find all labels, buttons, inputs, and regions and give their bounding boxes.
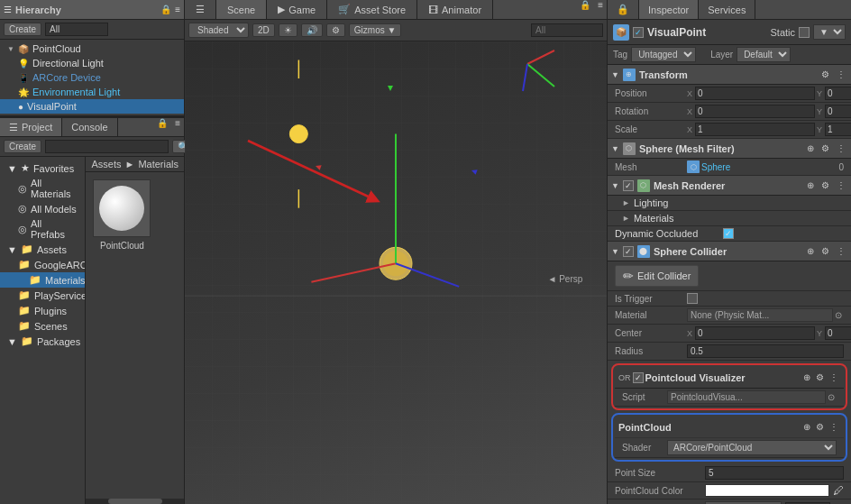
hierarchy-icon-dirlight: 💡	[18, 59, 29, 69]
mesh-renderer-checkbox[interactable]: ✓	[623, 180, 634, 191]
project-panel-lock[interactable]: 🔒	[153, 118, 171, 136]
breadcrumb-child[interactable]: Materials	[138, 159, 178, 170]
tab-scene[interactable]: Scene	[216, 0, 267, 19]
pos-y-input[interactable]	[825, 87, 851, 100]
lighting-section[interactable]: ► Lighting	[608, 196, 851, 211]
tab-project[interactable]: ☰ Project	[0, 118, 62, 136]
audio-btn[interactable]: 🔊	[301, 23, 323, 37]
pointcloud-header[interactable]: PointCloud ⊕ ⚙ ⋮	[615, 417, 844, 438]
scale-x-input[interactable]	[695, 123, 815, 136]
asset-tree-favorites[interactable]: ▼ ★ Favorites	[0, 160, 85, 176]
transform-more-btn[interactable]: ⋮	[835, 69, 847, 79]
project-panel-menu[interactable]: ≡	[171, 118, 184, 136]
light-btn[interactable]: ☀	[279, 23, 297, 37]
hierarchy-item-env-light[interactable]: 🌟 Environmental Light	[0, 85, 184, 99]
edit-collider-btn[interactable]: ✏ Edit Collider	[615, 265, 699, 287]
tab-inspector[interactable]: Inspector	[639, 0, 699, 19]
visualizer-ref-btn[interactable]: ⊕	[801, 372, 812, 382]
color-pick-icon[interactable]: 🖊	[833, 484, 844, 497]
hierarchy-search-input[interactable]	[45, 23, 108, 36]
pointcloud-more-btn[interactable]: ⋮	[828, 422, 840, 432]
asset-tree-materials[interactable]: 📁 Materials	[0, 272, 85, 288]
asset-tree-all-prefabs[interactable]: ◎ All Prefabs	[0, 216, 85, 242]
mesh-renderer-more-btn[interactable]: ⋮	[835, 180, 847, 190]
mesh-filter-header[interactable]: ▼ ⬡ Sphere (Mesh Filter) ⊕ ⚙ ⋮	[608, 139, 851, 159]
center-x-input[interactable]	[695, 326, 815, 340]
asset-tree-scenes[interactable]: 📁 Scenes	[0, 318, 85, 334]
hierarchy-item-arcore-device[interactable]: 📱 ARCore Device	[0, 70, 184, 85]
static-checkbox[interactable]	[799, 27, 810, 38]
sphere-collider-checkbox[interactable]: ✓	[623, 246, 634, 257]
tab-console[interactable]: Console	[62, 118, 117, 136]
shading-dropdown[interactable]: Shaded	[188, 23, 249, 38]
trigger-checkbox[interactable]	[687, 293, 698, 304]
hierarchy-create-btn[interactable]: Create	[4, 23, 41, 36]
hierarchy-panel-lock[interactable]: 🔒	[160, 5, 171, 14]
sphere-collider-header[interactable]: ▼ ✓ ⬤ Sphere Collider ⊕ ⚙ ⋮	[608, 242, 851, 261]
obj-active-checkbox[interactable]: ✓	[633, 27, 644, 38]
tab-animator[interactable]: 🎞 Animator	[417, 0, 493, 19]
mesh-filter-ref-btn[interactable]: ⊕	[805, 143, 816, 153]
gizmos-btn[interactable]: Gizmos ▼	[349, 23, 402, 37]
static-dropdown[interactable]: ▼	[813, 24, 846, 40]
hierarchy-item-pointcloud[interactable]: ▼ 📦 PointCloud	[0, 41, 184, 56]
tab-asset-store[interactable]: 🛒 Asset Store	[327, 0, 417, 19]
mesh-renderer-ref-btn[interactable]: ⊕	[805, 180, 816, 190]
radius-input[interactable]	[687, 344, 844, 358]
asset-tree-googlearcore[interactable]: 📁 GoogleARCore	[0, 257, 85, 272]
scale-y-input[interactable]	[825, 123, 851, 136]
2d-btn[interactable]: 2D	[252, 23, 275, 37]
radius-label: Radius	[615, 346, 687, 356]
scene-lock-icon[interactable]: 🔒	[576, 0, 594, 19]
hierarchy-item-directional-light[interactable]: 💡 Directional Light	[0, 56, 184, 70]
visualizer-header[interactable]: OR ✓ Pointcloud Visualizer ⊕ ⚙ ⋮	[615, 367, 844, 389]
sphere-collider-options-btn[interactable]: ⚙	[819, 246, 831, 256]
mesh-filter-more-btn[interactable]: ⋮	[835, 143, 847, 153]
visualizer-more-btn[interactable]: ⋮	[828, 372, 840, 382]
shader-select[interactable]: ARCore/PointCloud	[667, 440, 837, 455]
hierarchy-panel-menu[interactable]: ≡	[175, 5, 180, 14]
visualizer-checkbox[interactable]: ✓	[633, 372, 644, 383]
layer-select[interactable]: Default	[737, 47, 791, 62]
asset-item-pointcloud[interactable]: PointCloud	[93, 179, 151, 251]
scene-viewport[interactable]: ◄ Persp	[185, 41, 607, 504]
asset-tree-assets[interactable]: ▼ 📁 Assets	[0, 242, 85, 257]
sphere-collider-more-btn[interactable]: ⋮	[835, 246, 847, 256]
project-create-btn[interactable]: Create	[4, 140, 41, 153]
transform-header[interactable]: ▼ ⊕ Transform ⚙ ⋮	[608, 65, 851, 85]
sphere-collider-ref-btn[interactable]: ⊕	[805, 246, 816, 256]
asset-tree-packages[interactable]: ▼ 📁 Packages	[0, 334, 85, 349]
mesh-filter-options-btn[interactable]: ⚙	[819, 143, 831, 153]
asset-tree-all-models[interactable]: ◎ All Models	[0, 201, 85, 216]
transform-options-btn[interactable]: ⚙	[819, 69, 831, 79]
point-size-input[interactable]	[705, 466, 844, 480]
pointcloud-ref-btn[interactable]: ⊕	[801, 422, 812, 432]
color-swatch[interactable]	[705, 484, 829, 497]
mesh-renderer-header[interactable]: ▼ ✓ ⬡ Mesh Renderer ⊕ ⚙ ⋮	[608, 176, 851, 196]
rot-y-input[interactable]	[825, 105, 851, 118]
fx-btn[interactable]: ⚙	[326, 23, 345, 37]
project-search-input[interactable]	[45, 140, 169, 153]
breadcrumb-root[interactable]: Assets	[91, 159, 121, 170]
tab-services[interactable]: Services	[699, 0, 755, 19]
dyn-occ-checkbox[interactable]: ✓	[723, 228, 734, 239]
project-tab-icon: ☰	[9, 122, 18, 133]
tag-select[interactable]: Untagged	[631, 47, 696, 62]
scene-menu-icon[interactable]: ≡	[594, 0, 607, 19]
materials-section[interactable]: ► Materials	[608, 211, 851, 226]
asset-scrollbar-thumb[interactable]	[108, 499, 162, 504]
asset-tree-plugins[interactable]: 📁 Plugins	[0, 303, 85, 318]
rot-x-input[interactable]	[695, 105, 815, 118]
center-y-input[interactable]	[825, 326, 851, 340]
tab-game[interactable]: ▶ Game	[267, 0, 327, 19]
scene-search-input[interactable]	[531, 23, 603, 37]
visualizer-options-btn[interactable]: ⚙	[814, 372, 826, 382]
collider-material-pick[interactable]: ⊙	[833, 310, 844, 320]
asset-tree-all-materials[interactable]: ◎ All Materials	[0, 176, 85, 201]
mesh-renderer-options-btn[interactable]: ⚙	[819, 180, 831, 190]
pos-x-input[interactable]	[695, 87, 815, 100]
pointcloud-options-btn[interactable]: ⚙	[814, 422, 826, 432]
hierarchy-item-visualpoint[interactable]: ● VisualPoint	[0, 99, 184, 114]
asset-tree-playservices[interactable]: 📁 PlayServicesResolver	[0, 288, 85, 303]
script-pick[interactable]: ⊙	[826, 392, 837, 402]
